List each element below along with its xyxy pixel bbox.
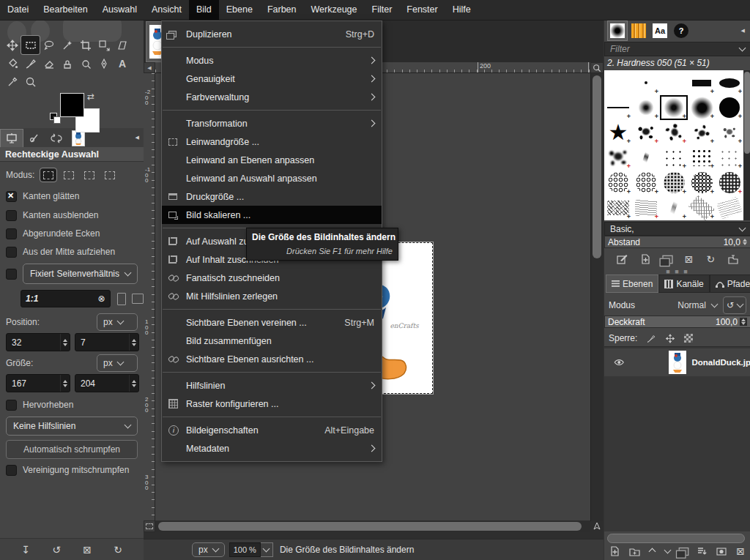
- mode-replace-button[interactable]: [40, 168, 56, 182]
- portrait-icon[interactable]: [117, 293, 127, 305]
- lock-alpha-icon[interactable]: [684, 334, 693, 343]
- tab-tool-options[interactable]: [0, 129, 23, 147]
- menu-item-bild-zusammenfuegen[interactable]: Bild zusammenfügen: [162, 332, 382, 350]
- layer-name[interactable]: DonaldDuck.jp: [691, 358, 750, 367]
- menu-auswahl[interactable]: Auswahl: [95, 0, 144, 20]
- navigation-button[interactable]: [590, 520, 604, 532]
- dock-grip[interactable]: ■ ■ ■: [604, 269, 750, 275]
- fixed-dropdown[interactable]: Fixiert Seitenverhältnis: [23, 264, 138, 284]
- paths-tool[interactable]: [94, 54, 113, 72]
- menu-item-hilfslinien[interactable]: Hilfslinien: [162, 376, 382, 395]
- brush-thumb[interactable]: [632, 120, 660, 145]
- mode-options-button[interactable]: ↺: [723, 296, 746, 314]
- horizontal-scrollbar[interactable]: [155, 520, 590, 532]
- bucket-fill-tool[interactable]: [3, 54, 21, 72]
- rectangle-select-tool[interactable]: [21, 36, 40, 54]
- zoom-tool[interactable]: [21, 72, 40, 91]
- raise-layer-icon[interactable]: [649, 548, 656, 555]
- crop-tool[interactable]: [76, 36, 94, 54]
- brush-thumb[interactable]: [660, 120, 688, 145]
- lower-layer-icon[interactable]: [664, 547, 671, 554]
- paintbrush-tool[interactable]: [21, 54, 40, 72]
- brush-grid[interactable]: ★: [604, 70, 743, 220]
- brush-thumb[interactable]: [604, 195, 632, 220]
- fuzzy-select-tool[interactable]: [58, 36, 76, 54]
- feather-checkbox[interactable]: [6, 210, 17, 221]
- spinner-icon[interactable]: [60, 334, 70, 351]
- delete-preset-icon[interactable]: ⊠: [83, 544, 92, 556]
- restore-preset-icon[interactable]: ↺: [52, 544, 61, 556]
- tab-device-status[interactable]: [23, 130, 45, 147]
- mode-intersect-button[interactable]: [102, 168, 118, 182]
- menu-werkzeuge[interactable]: Werkzeuge: [304, 0, 365, 20]
- brush-thumb[interactable]: [632, 171, 660, 195]
- landscape-icon[interactable]: [132, 294, 144, 304]
- transform-tool[interactable]: [94, 36, 113, 54]
- highlight-checkbox[interactable]: [6, 400, 17, 411]
- perspective-tool[interactable]: [113, 36, 131, 54]
- menu-item-transformation[interactable]: Transformation: [162, 114, 382, 132]
- collapse-right-dock-icon[interactable]: ◀: [741, 27, 745, 34]
- menu-item-raster-konfigurieren[interactable]: Raster konfigurieren ...: [162, 395, 382, 413]
- layers-list[interactable]: DonaldDuck.jp: [604, 346, 750, 531]
- expand-center-checkbox[interactable]: [6, 247, 17, 258]
- menu-ansicht[interactable]: Ansicht: [144, 0, 189, 20]
- brush-grid-scrollbar[interactable]: [743, 70, 750, 220]
- open-brush-icon[interactable]: [728, 255, 738, 264]
- fixed-checkbox[interactable]: [6, 269, 17, 280]
- brush-thumb[interactable]: [716, 70, 743, 95]
- merge-layer-icon[interactable]: [697, 547, 707, 556]
- foreground-color-swatch[interactable]: [60, 93, 84, 117]
- vertical-scrollbar-thumb[interactable]: [593, 75, 601, 258]
- tab-paths[interactable]: Pfade: [710, 275, 750, 293]
- brush-thumb[interactable]: [660, 70, 688, 95]
- size-w-input[interactable]: 167: [6, 374, 70, 392]
- brush-thumb[interactable]: [716, 195, 743, 220]
- new-brush-icon[interactable]: [641, 254, 650, 264]
- antialias-checkbox[interactable]: [6, 191, 17, 202]
- menu-item-leinwand-auswahl[interactable]: Leinwand an Auswahl anpassen: [162, 169, 382, 187]
- visibility-eye-icon[interactable]: [613, 358, 625, 367]
- menu-item-druckgroesse[interactable]: Druckgröße ...: [162, 187, 382, 206]
- tab-undo-history[interactable]: [45, 130, 67, 147]
- brush-thumb[interactable]: [632, 70, 660, 95]
- ratio-input[interactable]: 1:1 ⊗: [21, 290, 111, 307]
- unit-dropdown[interactable]: px: [192, 542, 225, 557]
- brush-thumb[interactable]: [660, 195, 688, 220]
- brush-thumb[interactable]: [604, 171, 632, 195]
- edit-brush-icon[interactable]: [617, 254, 628, 264]
- brush-thumb[interactable]: [632, 95, 660, 120]
- position-x-input[interactable]: 32: [6, 333, 70, 351]
- size-h-input[interactable]: 204: [75, 374, 139, 392]
- mode-add-button[interactable]: [61, 168, 77, 182]
- brush-thumb[interactable]: [632, 195, 660, 220]
- brush-group-dropdown[interactable]: Basic,: [604, 222, 750, 236]
- layer-mode-dropdown[interactable]: Normal: [677, 300, 717, 310]
- autoshrink-button[interactable]: Automatisch schrumpfen: [6, 440, 138, 459]
- smudge-tool[interactable]: [76, 54, 94, 72]
- swap-colors-icon[interactable]: ⇄: [87, 92, 94, 102]
- free-select-tool[interactable]: [40, 36, 58, 54]
- clone-tool[interactable]: [58, 54, 76, 72]
- brush-thumb[interactable]: [688, 195, 716, 220]
- brush-thumb[interactable]: [660, 145, 688, 170]
- menu-bearbeiten[interactable]: Bearbeiten: [36, 0, 94, 20]
- ruler-origin-button[interactable]: ◀: [144, 62, 155, 73]
- save-preset-icon[interactable]: ↧: [21, 544, 30, 556]
- refresh-brushes-icon[interactable]: ↻: [706, 253, 715, 265]
- mask-icon[interactable]: [716, 547, 727, 556]
- menu-fenster[interactable]: Fenster: [399, 0, 445, 20]
- brush-thumb[interactable]: [716, 95, 743, 120]
- brush-thumb[interactable]: [604, 70, 632, 95]
- collapse-left-dock-icon[interactable]: ◀: [135, 134, 139, 141]
- opacity-slider[interactable]: Deckkraft 100,0: [604, 316, 750, 328]
- spinner-icon[interactable]: [743, 239, 747, 245]
- guides-dropdown[interactable]: Keine Hilfslinien: [6, 417, 138, 436]
- position-unit-dropdown[interactable]: px: [97, 313, 138, 331]
- lock-position-icon[interactable]: [665, 334, 675, 343]
- reset-options-icon[interactable]: ↻: [114, 544, 122, 556]
- layer-thumbnail[interactable]: [669, 351, 686, 374]
- menu-farben[interactable]: Farben: [260, 0, 304, 20]
- vertical-ruler[interactable]: -200 -100 100 200 300: [144, 73, 155, 521]
- menu-item-modus[interactable]: Modus: [162, 51, 382, 70]
